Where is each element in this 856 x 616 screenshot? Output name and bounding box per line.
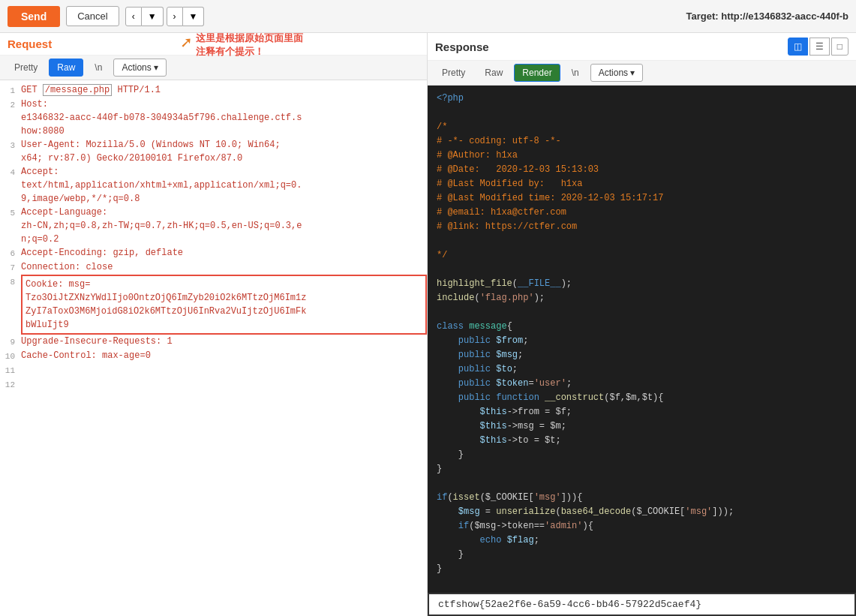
code-line (437, 305, 847, 320)
response-tab-bar: Pretty Raw Render \n Actions ▾ (428, 61, 856, 86)
url-highlight: /message.php (43, 84, 112, 96)
tab-newline-response[interactable]: \n (563, 64, 587, 82)
table-row: 11 (0, 363, 427, 377)
code-line: public function __construct($f,$m,$t){ (437, 391, 847, 405)
response-code-area[interactable]: <?php /* # -*- coding: utf-8 -*- # @Auth… (428, 86, 856, 593)
code-line: # -*- coding: utf-8 -*- (437, 134, 847, 149)
code-line: */ (437, 248, 847, 263)
request-tab-bar: Pretty Raw \n Actions ▾ (0, 56, 427, 80)
annotation-text: 这里是根据原始页面里面 注释有个提示！ (196, 32, 303, 59)
code-line: # @Author: h1xa (437, 149, 847, 163)
table-row: 1 GET /message.php HTTP/1.1 (0, 83, 427, 98)
response-header-row: Response ◫ ☰ □ (428, 33, 856, 61)
tab-newline[interactable]: \n (86, 59, 110, 77)
code-line: highlight_file(__FILE__); (437, 277, 847, 291)
actions-button-response[interactable]: Actions ▾ (590, 64, 644, 82)
request-title: Request (8, 38, 52, 50)
code-line (437, 263, 847, 277)
annotation-container: ➚ 这里是根据原始页面里面 注释有个提示！ (180, 32, 303, 59)
code-line: # @Date: 2020-12-03 15:13:03 (437, 163, 847, 177)
code-line: if($msg->token=='admin'){ (437, 519, 847, 533)
table-row: 3 User-Agent: Mozilla/5.0 (Windows NT 10… (0, 138, 427, 165)
table-row: 2 Host: e1346832-aacc-440f-b078-304934a5… (0, 98, 427, 138)
code-line: class message{ (437, 320, 847, 334)
main-container: Request ➚ 这里是根据原始页面里面 注释有个提示！ Pretty Raw… (0, 33, 856, 616)
table-row: 6 Accept-Encoding: gzip, deflate (0, 246, 427, 260)
code-line: include('flag.php'); (437, 291, 847, 305)
annotation-line1: 这里是根据原始页面里面 (196, 32, 303, 45)
table-row: 8 Cookie: msg= Tzo3OiJtZXNzYWdlIjo0OntzO… (0, 275, 427, 335)
tab-pretty[interactable]: Pretty (6, 59, 46, 77)
code-line: echo $flag; (437, 533, 847, 548)
nav-prev-button[interactable]: ‹ (125, 7, 142, 26)
nav-left-btns: ‹ ▼ (125, 7, 164, 26)
table-row: 10 Cache-Control: max-age=0 (0, 349, 427, 363)
nav-next-button[interactable]: › (167, 7, 183, 26)
code-line: /* (437, 120, 847, 134)
send-button[interactable]: Send (8, 6, 60, 27)
code-line (437, 234, 847, 248)
code-line: public $msg; (437, 348, 847, 362)
code-line: public $from; (437, 334, 847, 348)
code-line: # @email: h1xa@ctfer.com (437, 206, 847, 220)
response-panel: Response ◫ ☰ □ Pretty Raw Render \n Acti… (428, 33, 856, 616)
view-list-button[interactable]: ☰ (809, 38, 830, 56)
code-line: } (437, 462, 847, 476)
tab-render-response[interactable]: Render (514, 64, 560, 82)
table-row: 5 Accept-Language: zh-CN,zh;q=0.8,zh-TW;… (0, 206, 427, 246)
cancel-button[interactable]: Cancel (66, 6, 119, 26)
request-code-area[interactable]: 1 GET /message.php HTTP/1.1 2 Host: e134… (0, 80, 427, 616)
table-row: 12 (0, 377, 427, 392)
flag-bar: ctfshow{52ae2f6e-6a59-4cc6-bb46-57922d5c… (428, 593, 856, 616)
request-header-row: Request ➚ 这里是根据原始页面里面 注释有个提示！ (0, 33, 427, 56)
request-panel: Request ➚ 这里是根据原始页面里面 注释有个提示！ Pretty Raw… (0, 33, 428, 616)
code-line: $msg = unserialize(base64_decode($_COOKI… (437, 505, 847, 519)
code-line: <?php (437, 92, 847, 106)
table-row: 9 Upgrade-Insecure-Requests: 1 (0, 335, 427, 349)
response-title: Response (435, 41, 489, 53)
view-split-button[interactable]: ◫ (788, 38, 808, 56)
code-line: $this->from = $f; (437, 405, 847, 419)
code-line: $this->msg = $m; (437, 419, 847, 434)
code-line: } (437, 548, 847, 562)
code-line: } (437, 448, 847, 462)
code-line: public $token='user'; (437, 377, 847, 391)
code-line: # @link: https://ctfer.com (437, 220, 847, 234)
code-line (437, 476, 847, 491)
code-line: public $to; (437, 362, 847, 377)
annotation-arrow-icon: ➚ (180, 33, 193, 51)
nav-prev-arrow-button[interactable]: ▼ (142, 7, 164, 26)
nav-right-btns: › ▼ (167, 7, 205, 26)
code-line: # @Last Modified by: h1xa (437, 177, 847, 191)
nav-next-arrow-button[interactable]: ▼ (183, 7, 205, 26)
table-row: 4 Accept: text/html,application/xhtml+xm… (0, 165, 427, 206)
actions-button-request[interactable]: Actions ▾ (113, 59, 167, 77)
tab-raw-response[interactable]: Raw (476, 64, 511, 82)
view-mode-buttons: ◫ ☰ □ (788, 38, 848, 56)
view-full-button[interactable]: □ (831, 38, 848, 56)
code-line: } (437, 562, 847, 576)
code-line: if(isset($_COOKIE['msg'])){ (437, 491, 847, 505)
code-line: $this->to = $t; (437, 434, 847, 448)
code-line (437, 106, 847, 120)
target-text: Target: http://e1346832-aacc-440f-b (686, 11, 848, 22)
tab-pretty-response[interactable]: Pretty (434, 64, 473, 82)
code-line: # @Last Modified time: 2020-12-03 15:17:… (437, 191, 847, 206)
top-bar: Send Cancel ‹ ▼ › ▼ Target: http://e1346… (0, 0, 856, 33)
table-row: 7 Connection: close (0, 260, 427, 275)
tab-raw[interactable]: Raw (49, 59, 83, 77)
